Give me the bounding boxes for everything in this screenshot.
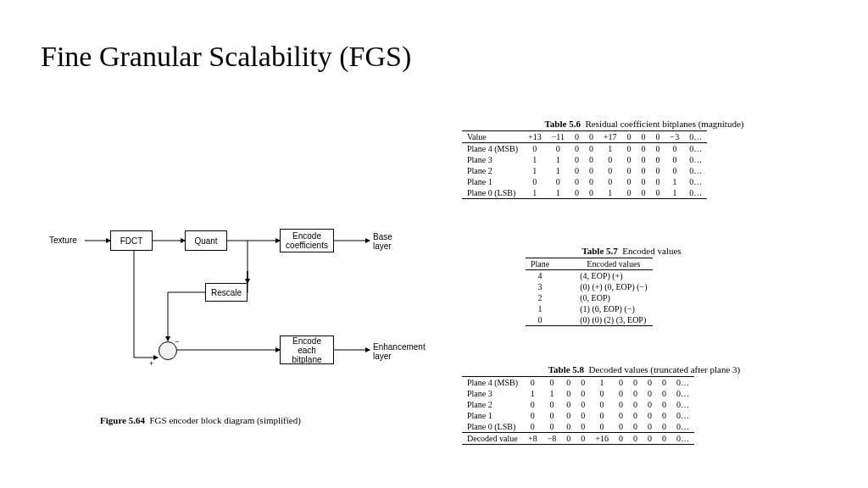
table-cell: 0 bbox=[643, 421, 657, 433]
table-cell: 1 bbox=[523, 154, 547, 165]
table-cell: 0 bbox=[622, 165, 637, 176]
table-cell: 0 bbox=[628, 399, 643, 410]
table-header: 0 bbox=[570, 131, 584, 143]
table-cell: 0 bbox=[570, 187, 584, 199]
table-cell: 0 bbox=[651, 143, 665, 155]
encode-coeff-box: Encode coefficients bbox=[280, 229, 334, 252]
table-cell: 0… bbox=[671, 433, 694, 445]
table-header: 0… bbox=[684, 131, 707, 143]
table-cell: 0 bbox=[651, 187, 665, 199]
table-header: −11 bbox=[547, 131, 570, 143]
table-cell: 1 bbox=[547, 154, 570, 165]
texture-label: Texture bbox=[49, 236, 77, 245]
table-cell: (0) (+) (0, EOP) (−) bbox=[575, 281, 652, 292]
table-cell: 0 bbox=[614, 388, 628, 399]
base-layer-label: Base layer bbox=[373, 232, 392, 251]
table-cell: 0 bbox=[665, 154, 685, 165]
table-cell: 0 bbox=[628, 433, 643, 445]
table-cell: 0 bbox=[598, 176, 622, 187]
table-cell: 0 bbox=[614, 410, 628, 421]
table-cell: 0 bbox=[657, 410, 671, 421]
table-header: 0 bbox=[584, 131, 598, 143]
table-cell: 1 bbox=[590, 377, 614, 389]
table-cell: 0 bbox=[590, 388, 614, 399]
table-cell: 0 bbox=[584, 154, 598, 165]
table-cell: 1 bbox=[547, 187, 570, 199]
table-cell: 0 bbox=[651, 154, 665, 165]
table-cell: 0 bbox=[622, 143, 637, 155]
table-cell: Plane 4 (MSB) bbox=[462, 143, 523, 155]
page-title: Fine Granular Scalability (FGS) bbox=[41, 41, 411, 73]
table-cell: 0 bbox=[665, 143, 685, 155]
table-cell: 0 bbox=[637, 176, 651, 187]
table-cell: −8 bbox=[542, 433, 562, 445]
table-cell: (4, EOP) (+) bbox=[575, 270, 652, 282]
table-header: 0 bbox=[651, 131, 665, 143]
table-cell: 0 bbox=[598, 154, 622, 165]
table-header: +17 bbox=[598, 131, 622, 143]
table-cell: 0 bbox=[576, 399, 590, 410]
table-cell: Plane 2 bbox=[462, 399, 523, 410]
table-header: +13 bbox=[523, 131, 547, 143]
table-cell: 0 bbox=[614, 421, 628, 433]
table-header: −3 bbox=[665, 131, 685, 143]
table-cell: (1) (6, EOP) (−) bbox=[575, 303, 652, 314]
table-cell: 0 bbox=[542, 421, 562, 433]
table-cell: 1 bbox=[526, 303, 575, 314]
table-cell: 0 bbox=[643, 377, 657, 389]
table-cell: Plane 0 (LSB) bbox=[462, 421, 523, 433]
table-cell: 0 bbox=[628, 388, 643, 399]
table-5-7: Table 5.7 Encoded values PlaneEncoded va… bbox=[526, 246, 737, 326]
minus-sign: − bbox=[175, 337, 179, 346]
table-cell: 0… bbox=[684, 165, 707, 176]
table-cell: 0… bbox=[671, 421, 694, 433]
table-cell: 0… bbox=[684, 187, 707, 199]
table-cell: 0 bbox=[570, 165, 584, 176]
table-cell: 0 bbox=[576, 377, 590, 389]
table-cell: 0… bbox=[671, 377, 694, 389]
table-cell: 0… bbox=[671, 388, 694, 399]
table-cell: Plane 0 (LSB) bbox=[462, 187, 523, 199]
table-cell: 0 bbox=[628, 377, 643, 389]
table-header: Encoded values bbox=[575, 258, 652, 270]
table-cell: 0 bbox=[542, 399, 562, 410]
table-cell: Plane 3 bbox=[462, 388, 523, 399]
table-cell: 0 bbox=[584, 176, 598, 187]
table-cell: 0 bbox=[657, 377, 671, 389]
table-cell: 0… bbox=[684, 143, 707, 155]
table-cell: 0 bbox=[614, 433, 628, 445]
table-cell: 0 bbox=[561, 377, 576, 389]
table-cell: 0 bbox=[637, 165, 651, 176]
table-cell: 0 bbox=[637, 143, 651, 155]
quant-box: Quant bbox=[185, 230, 227, 251]
plus-sign: + bbox=[149, 359, 153, 368]
table-cell: 0 bbox=[523, 421, 542, 433]
table-cell: 0 bbox=[576, 388, 590, 399]
table-header: 0 bbox=[637, 131, 651, 143]
table-cell: 4 bbox=[526, 270, 575, 282]
table-cell: 1 bbox=[547, 165, 570, 176]
table58-table: Plane 4 (MSB)0000100000…Plane 3110000000… bbox=[462, 376, 694, 445]
table-cell: 0 bbox=[570, 154, 584, 165]
table-cell: 0 bbox=[628, 410, 643, 421]
table-cell: 0 bbox=[665, 165, 685, 176]
table-cell: 0… bbox=[684, 154, 707, 165]
table-header: 0 bbox=[622, 131, 637, 143]
table-cell: 1 bbox=[523, 187, 547, 199]
table-cell: 1 bbox=[523, 388, 542, 399]
table-cell: 1 bbox=[665, 187, 685, 199]
table-cell: Plane 4 (MSB) bbox=[462, 377, 523, 389]
table-cell: 0 bbox=[584, 165, 598, 176]
table-cell: 0 bbox=[622, 154, 637, 165]
table57-caption-label: Table 5.7 bbox=[581, 246, 617, 256]
table-cell: 3 bbox=[526, 281, 575, 292]
table-cell: 1 bbox=[523, 165, 547, 176]
table-cell: 0 bbox=[643, 388, 657, 399]
table-cell: 0 bbox=[657, 388, 671, 399]
enhancement-layer-label: Enhancement layer bbox=[373, 342, 426, 361]
table-cell: 0 bbox=[526, 314, 575, 326]
table-cell: 1 bbox=[598, 143, 622, 155]
table-cell: 0… bbox=[671, 410, 694, 421]
table57-table: PlaneEncoded values4(4, EOP) (+)3(0) (+)… bbox=[526, 258, 653, 326]
table-cell: 1 bbox=[665, 176, 685, 187]
